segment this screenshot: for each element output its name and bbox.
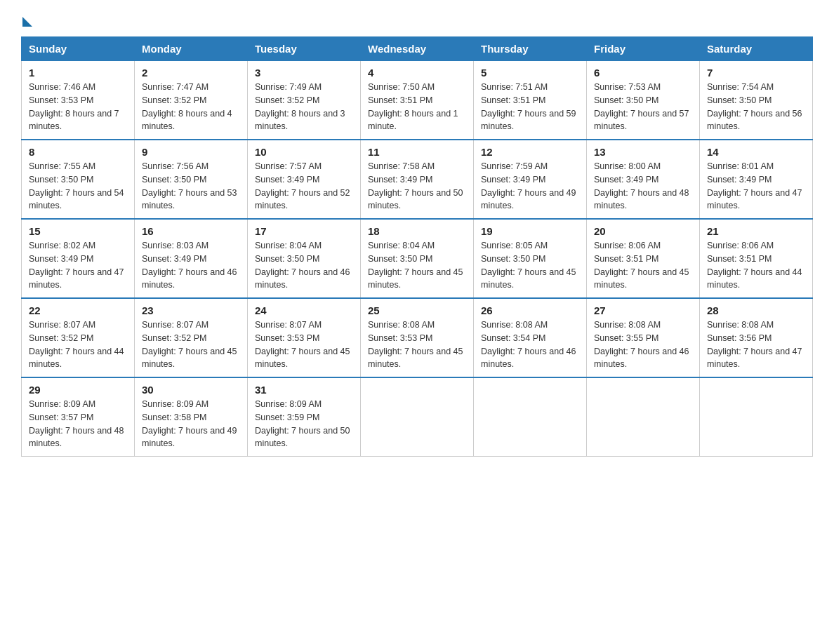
day-number: 10 xyxy=(255,146,353,158)
header-tuesday: Tuesday xyxy=(248,37,361,61)
day-number: 4 xyxy=(368,67,466,79)
calendar-cell: 12 Sunrise: 7:59 AMSunset: 3:49 PMDaylig… xyxy=(474,140,587,219)
calendar-week-row: 29 Sunrise: 8:09 AMSunset: 3:57 PMDaylig… xyxy=(22,377,813,457)
day-info: Sunrise: 8:09 AMSunset: 3:57 PMDaylight:… xyxy=(29,399,124,448)
day-number: 24 xyxy=(255,304,353,316)
header-friday: Friday xyxy=(587,37,700,61)
logo-arrow-icon xyxy=(22,17,32,27)
calendar-cell: 16 Sunrise: 8:03 AMSunset: 3:49 PMDaylig… xyxy=(135,219,248,298)
day-number: 16 xyxy=(142,225,240,237)
calendar-cell xyxy=(587,377,700,457)
day-number: 25 xyxy=(368,304,466,316)
day-number: 9 xyxy=(142,146,240,158)
calendar-cell: 18 Sunrise: 8:04 AMSunset: 3:50 PMDaylig… xyxy=(361,219,474,298)
header-wednesday: Wednesday xyxy=(361,37,474,61)
day-number: 26 xyxy=(481,304,579,316)
day-info: Sunrise: 8:08 AMSunset: 3:53 PMDaylight:… xyxy=(368,320,463,369)
day-info: Sunrise: 8:09 AMSunset: 3:59 PMDaylight:… xyxy=(255,399,350,448)
calendar-cell: 22 Sunrise: 8:07 AMSunset: 3:52 PMDaylig… xyxy=(22,298,135,377)
day-info: Sunrise: 7:56 AMSunset: 3:50 PMDaylight:… xyxy=(142,161,237,210)
day-number: 30 xyxy=(142,384,240,396)
calendar-cell: 31 Sunrise: 8:09 AMSunset: 3:59 PMDaylig… xyxy=(248,377,361,457)
calendar-cell xyxy=(700,377,813,457)
calendar-cell: 21 Sunrise: 8:06 AMSunset: 3:51 PMDaylig… xyxy=(700,219,813,298)
calendar-cell xyxy=(361,377,474,457)
day-number: 14 xyxy=(707,146,805,158)
day-info: Sunrise: 8:04 AMSunset: 3:50 PMDaylight:… xyxy=(255,241,350,290)
day-number: 13 xyxy=(594,146,692,158)
day-info: Sunrise: 7:50 AMSunset: 3:51 PMDaylight:… xyxy=(368,82,458,131)
day-number: 23 xyxy=(142,304,240,316)
day-info: Sunrise: 7:54 AMSunset: 3:50 PMDaylight:… xyxy=(707,82,802,131)
calendar-cell: 8 Sunrise: 7:55 AMSunset: 3:50 PMDayligh… xyxy=(22,140,135,219)
day-number: 5 xyxy=(481,67,579,79)
day-number: 17 xyxy=(255,225,353,237)
calendar-cell: 7 Sunrise: 7:54 AMSunset: 3:50 PMDayligh… xyxy=(700,61,813,140)
calendar-cell: 27 Sunrise: 8:08 AMSunset: 3:55 PMDaylig… xyxy=(587,298,700,377)
day-number: 22 xyxy=(29,304,127,316)
day-info: Sunrise: 7:49 AMSunset: 3:52 PMDaylight:… xyxy=(255,82,345,131)
calendar-cell xyxy=(474,377,587,457)
day-info: Sunrise: 8:01 AMSunset: 3:49 PMDaylight:… xyxy=(707,161,802,210)
calendar-cell: 15 Sunrise: 8:02 AMSunset: 3:49 PMDaylig… xyxy=(22,219,135,298)
day-number: 19 xyxy=(481,225,579,237)
day-number: 20 xyxy=(594,225,692,237)
day-info: Sunrise: 7:53 AMSunset: 3:50 PMDaylight:… xyxy=(594,82,689,131)
header-thursday: Thursday xyxy=(474,37,587,61)
calendar-cell: 4 Sunrise: 7:50 AMSunset: 3:51 PMDayligh… xyxy=(361,61,474,140)
calendar-cell: 28 Sunrise: 8:08 AMSunset: 3:56 PMDaylig… xyxy=(700,298,813,377)
calendar-cell: 17 Sunrise: 8:04 AMSunset: 3:50 PMDaylig… xyxy=(248,219,361,298)
calendar-week-row: 1 Sunrise: 7:46 AMSunset: 3:53 PMDayligh… xyxy=(22,61,813,140)
calendar-cell: 26 Sunrise: 8:08 AMSunset: 3:54 PMDaylig… xyxy=(474,298,587,377)
calendar-header-row: SundayMondayTuesdayWednesdayThursdayFrid… xyxy=(22,37,813,61)
day-number: 3 xyxy=(255,67,353,79)
day-number: 6 xyxy=(594,67,692,79)
calendar-cell: 2 Sunrise: 7:47 AMSunset: 3:52 PMDayligh… xyxy=(135,61,248,140)
calendar-cell: 19 Sunrise: 8:05 AMSunset: 3:50 PMDaylig… xyxy=(474,219,587,298)
calendar-cell: 1 Sunrise: 7:46 AMSunset: 3:53 PMDayligh… xyxy=(22,61,135,140)
calendar-cell: 11 Sunrise: 7:58 AMSunset: 3:49 PMDaylig… xyxy=(361,140,474,219)
calendar-week-row: 22 Sunrise: 8:07 AMSunset: 3:52 PMDaylig… xyxy=(22,298,813,377)
day-info: Sunrise: 8:08 AMSunset: 3:55 PMDaylight:… xyxy=(594,320,689,369)
calendar-cell: 6 Sunrise: 7:53 AMSunset: 3:50 PMDayligh… xyxy=(587,61,700,140)
calendar-cell: 9 Sunrise: 7:56 AMSunset: 3:50 PMDayligh… xyxy=(135,140,248,219)
calendar-cell: 14 Sunrise: 8:01 AMSunset: 3:49 PMDaylig… xyxy=(700,140,813,219)
header-monday: Monday xyxy=(135,37,248,61)
day-info: Sunrise: 8:07 AMSunset: 3:52 PMDaylight:… xyxy=(142,320,237,369)
calendar-cell: 29 Sunrise: 8:09 AMSunset: 3:57 PMDaylig… xyxy=(22,377,135,457)
day-info: Sunrise: 7:57 AMSunset: 3:49 PMDaylight:… xyxy=(255,161,350,210)
day-info: Sunrise: 8:06 AMSunset: 3:51 PMDaylight:… xyxy=(594,241,689,290)
header-sunday: Sunday xyxy=(22,37,135,61)
day-info: Sunrise: 8:06 AMSunset: 3:51 PMDaylight:… xyxy=(707,241,802,290)
day-info: Sunrise: 8:02 AMSunset: 3:49 PMDaylight:… xyxy=(29,241,124,290)
day-info: Sunrise: 8:04 AMSunset: 3:50 PMDaylight:… xyxy=(368,241,463,290)
calendar-table: SundayMondayTuesdayWednesdayThursdayFrid… xyxy=(21,36,813,457)
day-number: 1 xyxy=(29,67,127,79)
calendar-cell: 10 Sunrise: 7:57 AMSunset: 3:49 PMDaylig… xyxy=(248,140,361,219)
day-info: Sunrise: 7:46 AMSunset: 3:53 PMDaylight:… xyxy=(29,82,119,131)
calendar-cell: 24 Sunrise: 8:07 AMSunset: 3:53 PMDaylig… xyxy=(248,298,361,377)
day-info: Sunrise: 7:55 AMSunset: 3:50 PMDaylight:… xyxy=(29,161,124,210)
day-number: 31 xyxy=(255,384,353,396)
calendar-week-row: 15 Sunrise: 8:02 AMSunset: 3:49 PMDaylig… xyxy=(22,219,813,298)
day-number: 29 xyxy=(29,384,127,396)
logo xyxy=(21,14,32,24)
header-saturday: Saturday xyxy=(700,37,813,61)
day-number: 12 xyxy=(481,146,579,158)
day-info: Sunrise: 7:58 AMSunset: 3:49 PMDaylight:… xyxy=(368,161,463,210)
day-info: Sunrise: 8:05 AMSunset: 3:50 PMDaylight:… xyxy=(481,241,576,290)
day-info: Sunrise: 8:07 AMSunset: 3:53 PMDaylight:… xyxy=(255,320,350,369)
calendar-cell: 20 Sunrise: 8:06 AMSunset: 3:51 PMDaylig… xyxy=(587,219,700,298)
calendar-cell: 3 Sunrise: 7:49 AMSunset: 3:52 PMDayligh… xyxy=(248,61,361,140)
calendar-cell: 5 Sunrise: 7:51 AMSunset: 3:51 PMDayligh… xyxy=(474,61,587,140)
calendar-cell: 23 Sunrise: 8:07 AMSunset: 3:52 PMDaylig… xyxy=(135,298,248,377)
day-info: Sunrise: 7:47 AMSunset: 3:52 PMDaylight:… xyxy=(142,82,232,131)
calendar-week-row: 8 Sunrise: 7:55 AMSunset: 3:50 PMDayligh… xyxy=(22,140,813,219)
calendar-cell: 25 Sunrise: 8:08 AMSunset: 3:53 PMDaylig… xyxy=(361,298,474,377)
day-number: 8 xyxy=(29,146,127,158)
day-info: Sunrise: 8:03 AMSunset: 3:49 PMDaylight:… xyxy=(142,241,237,290)
day-number: 15 xyxy=(29,225,127,237)
day-number: 11 xyxy=(368,146,466,158)
day-number: 18 xyxy=(368,225,466,237)
calendar-cell: 30 Sunrise: 8:09 AMSunset: 3:58 PMDaylig… xyxy=(135,377,248,457)
